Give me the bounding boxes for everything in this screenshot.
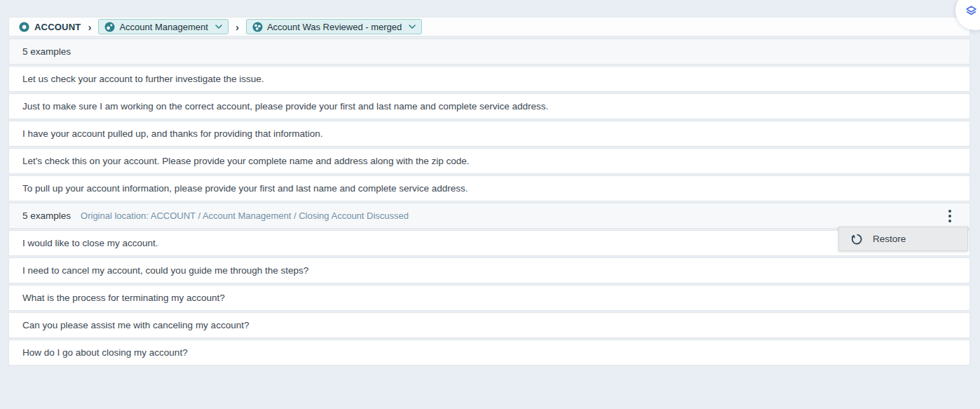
- example-text: I need to cancel my account, could you g…: [22, 265, 308, 276]
- breadcrumb-dropdown-account-management[interactable]: Account Management: [98, 19, 228, 34]
- kebab-dot: [948, 210, 951, 213]
- layers-icon: [965, 5, 977, 17]
- example-row[interactable]: Just to make sure I am working on the co…: [8, 93, 970, 119]
- original-location-label: Original location: ACCOUNT / Account Man…: [81, 210, 409, 221]
- breadcrumb-dropdown-account-was-reviewed[interactable]: Account Was Reviewed - merged: [246, 19, 422, 34]
- example-row[interactable]: Let's check this on your account. Please…: [8, 148, 970, 174]
- kebab-dot: [948, 215, 951, 217]
- example-count-label: 5 examples: [22, 210, 71, 221]
- example-row[interactable]: I need to cancel my account, could you g…: [8, 257, 970, 283]
- context-menu: Restore: [838, 227, 968, 251]
- example-text: To pull up your account information, ple…: [22, 183, 468, 194]
- kebab-menu-button[interactable]: [944, 206, 956, 226]
- example-row[interactable]: I would like to close my account.: [8, 230, 970, 256]
- example-text: Let's check this on your account. Please…: [22, 156, 469, 166]
- example-row[interactable]: Can you please assist me with canceling …: [8, 312, 970, 338]
- example-text: What is the process for terminating my a…: [22, 293, 225, 303]
- cluster-icon: [104, 22, 115, 32]
- restore-menu-item[interactable]: Restore: [839, 227, 967, 250]
- example-text: Let us check your account to further inv…: [22, 74, 264, 84]
- example-text: Just to make sure I am working on the co…: [22, 101, 548, 112]
- restore-label: Restore: [873, 234, 906, 244]
- chevron-down-icon: [215, 25, 222, 29]
- kebab-dot: [948, 220, 951, 222]
- example-text: Can you please assist me with canceling …: [22, 320, 249, 330]
- example-row[interactable]: I have your account pulled up, and thank…: [8, 121, 970, 147]
- example-row[interactable]: Let us check your account to further inv…: [8, 66, 970, 92]
- group-header: 5 examples: [8, 39, 970, 65]
- breadcrumb-level1-label: Account Management: [119, 22, 207, 32]
- cluster-icon: [252, 22, 263, 32]
- example-row[interactable]: What is the process for terminating my a…: [8, 285, 970, 311]
- breadcrumb-separator: ›: [236, 22, 239, 32]
- undo-icon: [850, 233, 863, 246]
- chevron-down-icon: [409, 25, 416, 29]
- donut-icon: [19, 22, 29, 32]
- example-row[interactable]: To pull up your account information, ple…: [8, 175, 970, 201]
- group-header-merged: 5 examples Original location: ACCOUNT / …: [8, 203, 970, 229]
- example-row[interactable]: How do I go about closing my account?: [8, 340, 970, 366]
- examples-panel: ACCOUNT › Account Management ›: [8, 17, 970, 367]
- example-text: I would like to close my account.: [22, 238, 158, 248]
- breadcrumb-separator: ›: [88, 22, 91, 32]
- breadcrumb: ACCOUNT › Account Management ›: [8, 17, 970, 36]
- example-count-label: 5 examples: [22, 46, 71, 57]
- example-text: How do I go about closing my account?: [22, 347, 188, 358]
- breadcrumb-root-label: ACCOUNT: [34, 22, 81, 32]
- breadcrumb-item-account[interactable]: ACCOUNT: [19, 22, 81, 32]
- breadcrumb-level2-label: Account Was Reviewed - merged: [267, 22, 402, 32]
- example-text: I have your account pulled up, and thank…: [22, 128, 323, 139]
